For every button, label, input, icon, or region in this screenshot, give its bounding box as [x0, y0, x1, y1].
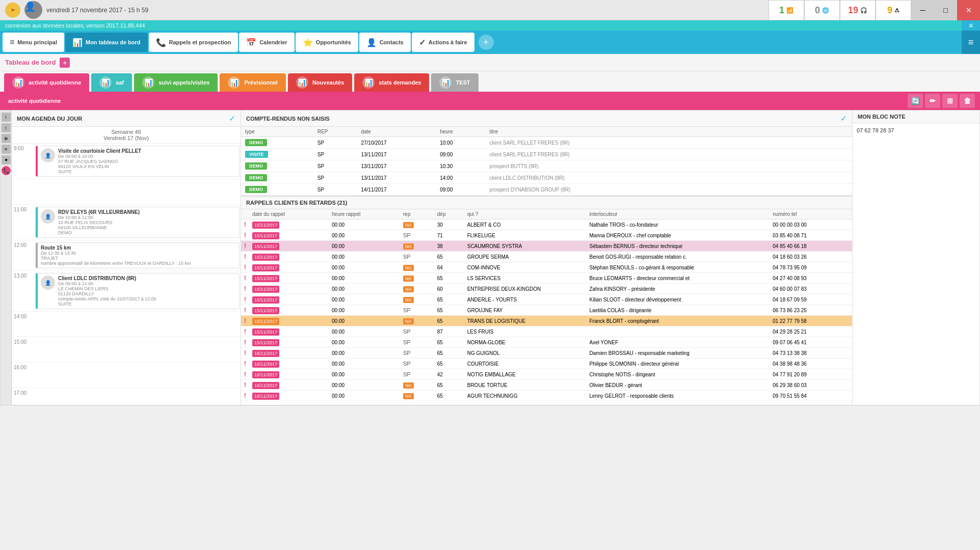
- rappels-row[interactable]: ! 16/11/2017 00:00 NA 65 BROUE TORTUE Ol…: [241, 380, 852, 391]
- nav-calendrier-icon: 📅: [246, 38, 256, 47]
- nav-add-button[interactable]: +: [479, 35, 494, 50]
- maximize-button[interactable]: □: [934, 0, 957, 20]
- time-label-1300: 13:00: [12, 271, 35, 311]
- rappels-cell-rep: NA: [400, 284, 434, 294]
- cr-row[interactable]: DEMO SP 13/11/2017 10:30 prospect BUTTS …: [241, 160, 852, 172]
- rappels-row[interactable]: ! 15/11/2017 00:00 SP 71 FLIKELUGE Marin…: [241, 230, 852, 241]
- rappels-row[interactable]: ! 16/11/2017 00:00 SP 65 NG GUIGNOL Dami…: [241, 348, 852, 359]
- event-ldlc-time: De 09:00 à 21:00: [58, 281, 236, 286]
- rappels-row[interactable]: ! 16/11/2017 00:00 SP 65 COURTOISIE Phil…: [241, 359, 852, 369]
- event-eleys[interactable]: 👤 RDV ELEYS (6R VILLEURBANNE) De 10:00 à…: [36, 207, 240, 238]
- rappels-cell-qui: ENTREPRISE DEUX-KINGDON: [464, 284, 587, 294]
- rappels-row[interactable]: ! 15/11/2017 00:00 NA 38 SCAUMRONE SYSTR…: [241, 241, 852, 252]
- agenda-check-icon[interactable]: ✓: [229, 114, 235, 123]
- rappels-scroll[interactable]: date du rappel heure rappel rep dép qui …: [241, 209, 852, 405]
- tab-stats-label: stats demandes: [379, 79, 421, 86]
- cr-row[interactable]: DEMO SP 27/10/2017 10:00 client SARL PEL…: [241, 137, 852, 149]
- minimize-button[interactable]: ─: [911, 0, 934, 20]
- rappels-cell-date: 16/11/2017: [249, 391, 329, 401]
- event-pellet[interactable]: 👤 Visite de courtoisie Client PELLET De …: [36, 146, 240, 177]
- rappels-row[interactable]: ! 15/11/2017 00:00 SP 87 LES FRUIS 04 29…: [241, 326, 852, 337]
- rappels-row[interactable]: ! 16/11/2017 00:00 NA 65 AGUR TECHNUNIGG…: [241, 391, 852, 401]
- rappels-cell-dep: 30: [434, 219, 464, 230]
- status-calls[interactable]: 1 📶: [769, 0, 804, 20]
- nav-menu-principal[interactable]: ≡ Menu principal: [3, 33, 64, 52]
- rappels-cell-date: 16/11/2017: [249, 359, 329, 369]
- status-alerts-icon: ⚠: [894, 7, 899, 14]
- tab-previsionnel[interactable]: 📊 Prévisionnel: [220, 73, 285, 92]
- nav-rappels[interactable]: 📞 Rappels et prospection: [149, 33, 239, 52]
- cr-row[interactable]: DEMO SP 13/11/2017 14:00 client LDLC DIS…: [241, 172, 852, 184]
- rappels-row[interactable]: ! 15/11/2017 00:00 NA 30 ALBERT & CO Nat…: [241, 219, 852, 230]
- rappels-row[interactable]: ! 15/11/2017 00:00 SP 65 NORMA-GLOBE Axe…: [241, 337, 852, 348]
- rappels-cell-interlocuteur: Zahra KINSORY - présidente: [587, 284, 770, 294]
- tab-aaf[interactable]: 📊 aaf: [91, 73, 132, 92]
- cr-cell-titre: client LDLC DISTRIBUTION (8R): [486, 172, 852, 184]
- tool-delete[interactable]: 🗑: [960, 94, 975, 108]
- tab-stats[interactable]: 📊 stats demandes: [354, 73, 429, 92]
- rappels-cell-rep: SP: [400, 230, 434, 241]
- tool-edit[interactable]: ✏: [925, 94, 940, 108]
- time-slot-1200: 12:00 Route 15 km De 12:30 à 13:30 TRAJE…: [12, 240, 241, 271]
- tool-grid[interactable]: ⊞: [942, 94, 958, 108]
- cr-cell-type: DEMO: [241, 172, 313, 184]
- nav-contacts[interactable]: 👤 Contacts: [359, 33, 411, 52]
- rappels-col-date: date du rappel: [249, 209, 329, 219]
- tab-suivi[interactable]: 📊 suivi appels/visites: [134, 73, 218, 92]
- status-alerts[interactable]: 9 ⚠: [876, 0, 911, 20]
- cr-row[interactable]: VISITE SP 13/11/2017 09:00 client SARL P…: [241, 149, 852, 160]
- rappels-row[interactable]: ! 15/11/2017 00:00 NA 64 COM-INNOVE Stép…: [241, 262, 852, 273]
- tab-test-label: TEST: [456, 79, 470, 86]
- time-label-900: 9:00: [12, 144, 35, 179]
- status-net[interactable]: 0 🌐: [804, 0, 840, 20]
- tab-activite-quotidienne[interactable]: 📊 activité quotidienne: [4, 73, 89, 92]
- breadcrumb-bar: Tableau de bord +: [0, 54, 980, 71]
- rappels-row[interactable]: ! 15/11/2017 00:00 NA 65 LS SERVICES Bru…: [241, 273, 852, 284]
- rappels-cell-rep: NA: [400, 391, 434, 401]
- time-slot-1100: 11:00 👤 RDV ELEYS (6R VILLEURBANNE) De 1…: [12, 205, 241, 240]
- event-pellet-addr2: 69120 VAULX EN VELIN: [58, 164, 236, 169]
- rappels-cell-alert: !: [241, 262, 249, 273]
- rappels-table: date du rappel heure rappel rep dép qui …: [241, 209, 852, 401]
- nav-calendrier[interactable]: 📅 Calendrier: [239, 33, 294, 52]
- sidebar-icon-5[interactable]: ★: [2, 155, 11, 164]
- rappels-cell-heure: 00:00: [329, 348, 400, 359]
- tab-nouveautes[interactable]: 📊 Nouveautés: [288, 73, 352, 92]
- sidebar-icon-4[interactable]: ≡: [2, 145, 11, 154]
- conn-bar-menu[interactable]: ≡: [962, 20, 980, 31]
- cr-row[interactable]: DEMO SP 14/11/2017 09:00 prospect DYNABS…: [241, 184, 852, 196]
- rappels-cell-alert: !: [241, 273, 249, 284]
- rappels-row[interactable]: ! 16/11/2017 00:00 SP 42 NOTIG EMBALLAGE…: [241, 369, 852, 380]
- agenda-scroll[interactable]: 9:00 👤 Visite de courtoisie Client PELLE…: [12, 144, 241, 405]
- rappels-cell-date: 16/11/2017: [249, 348, 329, 359]
- tool-refresh[interactable]: 🔄: [908, 94, 923, 108]
- event-ldlc[interactable]: 👤 Client LDLC DISTRIBUTION (8R) De 09:00…: [36, 273, 240, 309]
- nav-side-menu[interactable]: ≡: [962, 31, 980, 54]
- tab-test[interactable]: 📊 TEST: [431, 73, 478, 92]
- time-content-1600: [35, 363, 241, 388]
- nav-tableau-bord[interactable]: 📊 Mon tableau de bord: [65, 33, 148, 52]
- rappels-row[interactable]: ! 15/11/2017 00:00 SP 65 GROUPE SERMA Be…: [241, 252, 852, 262]
- nav-opportunites[interactable]: ⭐ Opportunités: [296, 33, 358, 52]
- sidebar-icon-3[interactable]: ⊕: [2, 134, 11, 143]
- nav-actions-icon: ✓: [419, 38, 426, 47]
- rappels-cell-alert: !: [241, 326, 249, 337]
- status-headset[interactable]: 19 🎧: [840, 0, 876, 20]
- nav-actions[interactable]: ✓ Actions à faire: [412, 33, 474, 52]
- cr-check-icon[interactable]: ✓: [840, 114, 847, 123]
- sidebar-icon-phone[interactable]: 📞: [2, 166, 11, 175]
- event-route[interactable]: Route 15 km De 12:30 à 13:30 TRAJET nomb…: [36, 242, 240, 268]
- rappels-row[interactable]: ! 15/11/2017 00:00 NA 65 TRANS DE LOGIST…: [241, 316, 852, 326]
- event-ldlc-avatar: 👤: [41, 276, 55, 290]
- close-button[interactable]: ✕: [957, 0, 980, 20]
- time-label-1000: [12, 179, 35, 204]
- rappels-row[interactable]: ! 15/11/2017 00:00 SP 65 GROUJNE FAY Lae…: [241, 305, 852, 316]
- breadcrumb-title: Tableau de bord: [5, 59, 56, 66]
- event-route-time: De 12:30 à 13:30: [41, 251, 236, 256]
- sidebar-icon-1[interactable]: i: [2, 113, 11, 122]
- rappels-row[interactable]: ! 15/11/2017 00:00 NA 60 ENTREPRISE DEUX…: [241, 284, 852, 294]
- rappels-col-dep: dép: [434, 209, 464, 219]
- breadcrumb-add-button[interactable]: +: [60, 58, 70, 68]
- sidebar-icon-2[interactable]: ↕: [2, 123, 11, 132]
- rappels-row[interactable]: ! 15/11/2017 00:00 NA 65 ANDERLE - YOURT…: [241, 294, 852, 305]
